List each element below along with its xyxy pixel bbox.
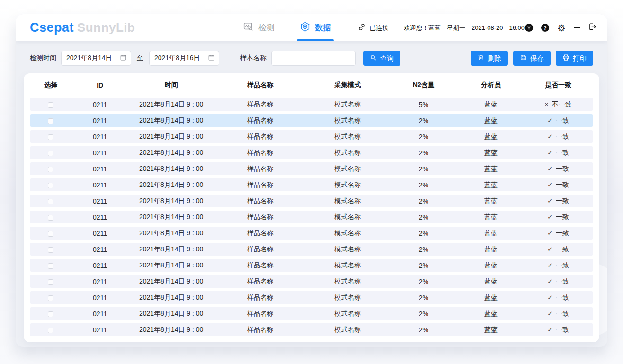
n2-cell: 2% (389, 213, 459, 221)
n2-cell: 2% (389, 278, 459, 285)
printer-icon (562, 54, 570, 62)
save-button-label: 保存 (530, 54, 544, 63)
save-disk-icon (520, 54, 527, 62)
row-checkbox[interactable] (48, 231, 53, 237)
match-cell: ✓ 一致 (523, 261, 593, 270)
table-row[interactable]: 0211 2021年8月14日 9 : 00 样品名称 模式名称 2% 蓝蓝 ✓… (30, 291, 593, 304)
mode-cell: 模式名称 (306, 293, 389, 302)
top-bar: Csepat SunnyLib 检测 (16, 14, 607, 41)
table-row[interactable]: 0211 2021年8月14日 9 : 00 样品名称 模式名称 2% 蓝蓝 ✓… (30, 162, 593, 175)
match-cell: ✓ 一致 (523, 213, 593, 222)
connection-status: 已连接 (357, 23, 389, 33)
tab-detection[interactable]: 检测 (243, 14, 274, 41)
time-cell: 2021年8月14日 9 : 00 (128, 165, 214, 173)
table-row[interactable]: 0211 2021年8月14日 9 : 00 样品名称 模式名称 2% 蓝蓝 ✓… (30, 211, 593, 223)
row-checkbox[interactable] (48, 199, 53, 204)
query-button-label: 查询 (380, 54, 394, 63)
match-mark-icon: ✓ (547, 246, 552, 253)
table-row[interactable]: 0211 2021年8月14日 9 : 00 样品名称 模式名称 2% 蓝蓝 ✓… (30, 195, 593, 207)
query-button[interactable]: 查询 (363, 51, 400, 66)
match-label: 不一致 (552, 100, 571, 109)
row-checkbox[interactable] (48, 102, 53, 108)
time-cell: 2021年8月14日 9 : 00 (128, 293, 214, 302)
date-from-input[interactable]: 2021年8月14日 (61, 51, 131, 66)
row-checkbox[interactable] (48, 183, 53, 188)
sample-cell: 样品名称 (214, 293, 306, 302)
id-cell: 0211 (71, 262, 128, 269)
table-row[interactable]: 0211 2021年8月14日 9 : 00 样品名称 模式名称 2% 蓝蓝 ✓… (30, 227, 593, 240)
settings-gear-icon[interactable]: ⚙ (557, 23, 566, 33)
id-cell: 0211 (71, 133, 128, 141)
n2-cell: 5% (389, 101, 459, 108)
tools-icon[interactable] (525, 24, 533, 32)
n2-cell: 2% (389, 326, 459, 334)
row-checkbox[interactable] (48, 328, 53, 333)
analyst-cell: 蓝蓝 (459, 116, 524, 125)
analyst-cell: 蓝蓝 (459, 245, 524, 254)
col-id: ID (71, 81, 128, 89)
col-time: 时间 (128, 81, 214, 89)
time-cell: 2021年8月14日 9 : 00 (128, 197, 214, 205)
logo-secondary: SunnyLib (77, 20, 135, 35)
print-button[interactable]: 打印 (556, 51, 593, 66)
col-sample: 样品名称 (214, 81, 306, 89)
sample-cell: 样品名称 (214, 310, 306, 318)
tab-data-label: 数据 (315, 22, 331, 33)
row-checkbox[interactable] (48, 134, 53, 140)
table-row[interactable]: 0211 2021年8月14日 9 : 00 样品名称 模式名称 2% 蓝蓝 ✓… (30, 178, 593, 191)
save-button[interactable]: 保存 (513, 51, 551, 66)
row-checkbox[interactable] (48, 247, 53, 253)
row-checkbox[interactable] (48, 118, 53, 124)
mode-cell: 模式名称 (306, 245, 389, 254)
help-icon[interactable]: ? (541, 24, 549, 32)
match-label: 一致 (556, 326, 569, 334)
table-row[interactable]: 0211 2021年8月14日 9 : 00 样品名称 模式名称 2% 蓝蓝 ✓… (30, 259, 593, 272)
analyst-cell: 蓝蓝 (459, 149, 524, 157)
data-cube-icon (300, 21, 311, 35)
minimize-icon[interactable] (574, 27, 580, 28)
sample-cell: 样品名称 (214, 277, 306, 286)
select-cell (30, 213, 71, 221)
welcome-user: 欢迎您！蓝蓝 (404, 24, 441, 32)
match-mark-icon: ✓ (547, 326, 552, 333)
table-row[interactable]: 0211 2021年8月14日 9 : 00 样品名称 模式名称 2% 蓝蓝 ✓… (30, 243, 593, 256)
table-row[interactable]: 0211 2021年8月14日 9 : 00 样品名称 模式名称 2% 蓝蓝 ✓… (30, 146, 593, 159)
row-checkbox[interactable] (48, 263, 53, 269)
mode-cell: 模式名称 (306, 213, 389, 222)
analyst-cell: 蓝蓝 (459, 293, 524, 302)
row-checkbox[interactable] (48, 295, 53, 301)
sample-cell: 样品名称 (214, 181, 306, 189)
match-mark-icon: ✓ (547, 165, 552, 172)
select-cell (30, 133, 71, 141)
logout-icon[interactable] (588, 22, 597, 33)
sample-cell: 样品名称 (214, 100, 306, 109)
row-checkbox[interactable] (48, 279, 53, 285)
time-cell: 2021年8月14日 9 : 00 (128, 116, 214, 125)
date-to-label: 至 (137, 54, 143, 62)
sample-name-input[interactable] (271, 51, 356, 66)
analyst-cell: 蓝蓝 (459, 261, 524, 270)
logo-primary: Csepat (30, 20, 74, 35)
tab-data[interactable]: 数据 (300, 14, 331, 41)
col-select: 选择 (30, 81, 71, 89)
row-checkbox[interactable] (48, 215, 53, 221)
table-row[interactable]: 0211 2021年8月14日 9 : 00 样品名称 模式名称 2% 蓝蓝 ✓… (30, 323, 593, 336)
mode-cell: 模式名称 (306, 116, 389, 125)
table-row[interactable]: 0211 2021年8月14日 9 : 00 样品名称 模式名称 2% 蓝蓝 ✓… (30, 130, 593, 143)
delete-button[interactable]: 删除 (471, 51, 508, 66)
row-checkbox[interactable] (48, 151, 53, 156)
mode-cell: 模式名称 (306, 149, 389, 157)
row-checkbox[interactable] (48, 311, 53, 317)
row-checkbox[interactable] (48, 167, 53, 172)
match-label: 一致 (556, 165, 569, 173)
id-cell: 0211 (71, 213, 128, 221)
mode-cell: 模式名称 (306, 197, 389, 205)
current-date: 2021-08-20 (472, 24, 503, 31)
match-mark-icon: ✓ (547, 149, 552, 156)
table-row[interactable]: 0211 2021年8月14日 9 : 00 样品名称 模式名称 2% 蓝蓝 ✓… (30, 114, 593, 127)
table-row[interactable]: 0211 2021年8月14日 9 : 00 样品名称 模式名称 2% 蓝蓝 ✓… (30, 275, 593, 288)
table-row[interactable]: 0211 2021年8月14日 9 : 00 样品名称 模式名称 5% 蓝蓝 ×… (30, 98, 593, 111)
table-row[interactable]: 0211 2021年8月14日 9 : 00 样品名称 模式名称 2% 蓝蓝 ✓… (30, 307, 593, 320)
date-to-input[interactable]: 2021年8月16日 (149, 51, 219, 66)
match-cell: ✓ 一致 (523, 245, 593, 254)
